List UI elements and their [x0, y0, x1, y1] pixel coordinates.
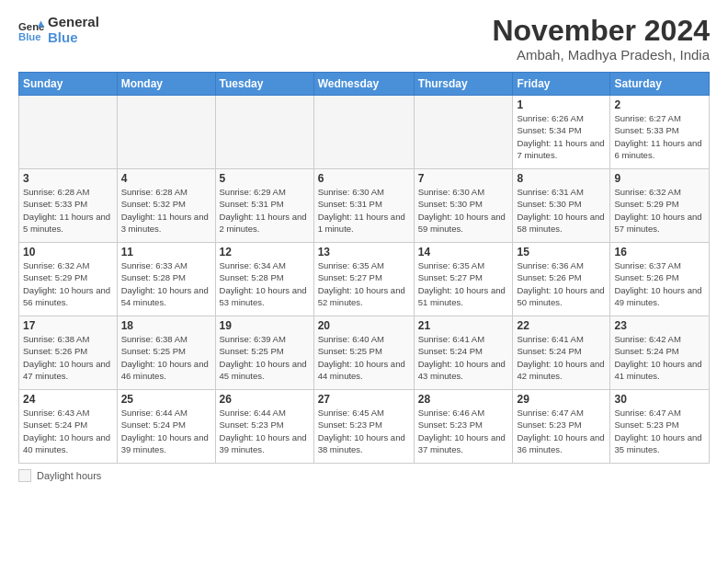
day-number: 4 — [121, 172, 211, 185]
day-number: 2 — [614, 98, 705, 111]
calendar-week-row: 1Sunrise: 6:26 AMSunset: 5:34 PMDaylight… — [19, 96, 710, 169]
day-info: Sunrise: 6:30 AMSunset: 5:31 PMDaylight:… — [318, 186, 410, 235]
calendar-week-row: 24Sunrise: 6:43 AMSunset: 5:24 PMDayligh… — [19, 390, 710, 464]
weekday-header: Monday — [117, 73, 215, 96]
calendar-week-row: 3Sunrise: 6:28 AMSunset: 5:33 PMDaylight… — [19, 169, 710, 243]
calendar-cell: 12Sunrise: 6:34 AMSunset: 5:28 PMDayligh… — [215, 243, 313, 316]
day-number: 7 — [418, 172, 509, 185]
day-info: Sunrise: 6:30 AMSunset: 5:30 PMDaylight:… — [418, 186, 509, 235]
calendar-cell: 5Sunrise: 6:29 AMSunset: 5:31 PMDaylight… — [215, 169, 313, 243]
calendar-cell: 30Sunrise: 6:47 AMSunset: 5:23 PMDayligh… — [610, 390, 710, 464]
day-info: Sunrise: 6:41 AMSunset: 5:24 PMDaylight:… — [517, 333, 606, 382]
calendar-cell: 7Sunrise: 6:30 AMSunset: 5:30 PMDaylight… — [414, 169, 513, 243]
calendar-cell: 22Sunrise: 6:41 AMSunset: 5:24 PMDayligh… — [513, 316, 610, 390]
footer: Daylight hours — [18, 469, 710, 482]
day-number: 9 — [614, 172, 705, 185]
day-number: 28 — [418, 393, 509, 406]
calendar-cell — [117, 96, 215, 169]
title-block: November 2024 Ambah, Madhya Pradesh, Ind… — [492, 15, 710, 63]
calendar-cell: 17Sunrise: 6:38 AMSunset: 5:26 PMDayligh… — [19, 316, 118, 390]
logo-general: General — [48, 15, 99, 30]
day-info: Sunrise: 6:40 AMSunset: 5:25 PMDaylight:… — [318, 333, 410, 382]
weekday-header: Tuesday — [215, 73, 313, 96]
day-info: Sunrise: 6:32 AMSunset: 5:29 PMDaylight:… — [614, 186, 705, 235]
day-info: Sunrise: 6:32 AMSunset: 5:29 PMDaylight:… — [23, 259, 113, 308]
day-number: 21 — [418, 319, 509, 332]
logo: General Blue General Blue — [18, 15, 99, 45]
calendar-cell: 21Sunrise: 6:41 AMSunset: 5:24 PMDayligh… — [414, 316, 513, 390]
calendar-cell: 29Sunrise: 6:47 AMSunset: 5:23 PMDayligh… — [513, 390, 610, 464]
day-info: Sunrise: 6:43 AMSunset: 5:24 PMDaylight:… — [23, 407, 113, 455]
day-info: Sunrise: 6:41 AMSunset: 5:24 PMDaylight:… — [418, 333, 509, 382]
calendar-cell: 24Sunrise: 6:43 AMSunset: 5:24 PMDayligh… — [19, 390, 118, 464]
day-info: Sunrise: 6:46 AMSunset: 5:23 PMDaylight:… — [418, 407, 509, 455]
day-number: 12 — [220, 246, 310, 259]
day-info: Sunrise: 6:29 AMSunset: 5:31 PMDaylight:… — [220, 186, 310, 235]
calendar-cell: 2Sunrise: 6:27 AMSunset: 5:33 PMDaylight… — [610, 96, 710, 169]
calendar-cell — [414, 96, 513, 169]
location: Ambah, Madhya Pradesh, India — [492, 47, 710, 63]
calendar-cell: 18Sunrise: 6:38 AMSunset: 5:25 PMDayligh… — [117, 316, 215, 390]
legend-label: Daylight hours — [37, 470, 101, 481]
day-info: Sunrise: 6:38 AMSunset: 5:25 PMDaylight:… — [121, 333, 211, 382]
day-info: Sunrise: 6:38 AMSunset: 5:26 PMDaylight:… — [23, 333, 113, 382]
calendar-header-row: SundayMondayTuesdayWednesdayThursdayFrid… — [19, 73, 710, 96]
day-number: 3 — [23, 172, 113, 185]
calendar-cell: 25Sunrise: 6:44 AMSunset: 5:24 PMDayligh… — [117, 390, 215, 464]
day-number: 16 — [614, 246, 705, 259]
day-number: 5 — [220, 172, 310, 185]
day-number: 15 — [517, 246, 606, 259]
day-info: Sunrise: 6:28 AMSunset: 5:33 PMDaylight:… — [23, 186, 113, 235]
day-number: 19 — [220, 319, 310, 332]
weekday-header: Wednesday — [313, 73, 414, 96]
day-info: Sunrise: 6:35 AMSunset: 5:27 PMDaylight:… — [418, 259, 509, 308]
day-info: Sunrise: 6:27 AMSunset: 5:33 PMDaylight:… — [614, 112, 705, 161]
calendar-cell: 28Sunrise: 6:46 AMSunset: 5:23 PMDayligh… — [414, 390, 513, 464]
calendar-cell: 16Sunrise: 6:37 AMSunset: 5:26 PMDayligh… — [610, 243, 710, 316]
day-info: Sunrise: 6:31 AMSunset: 5:30 PMDaylight:… — [517, 186, 606, 235]
day-number: 27 — [318, 393, 410, 406]
calendar: SundayMondayTuesdayWednesdayThursdayFrid… — [18, 72, 710, 464]
day-info: Sunrise: 6:26 AMSunset: 5:34 PMDaylight:… — [517, 112, 606, 161]
weekday-header: Thursday — [414, 73, 513, 96]
calendar-cell: 20Sunrise: 6:40 AMSunset: 5:25 PMDayligh… — [313, 316, 414, 390]
day-info: Sunrise: 6:47 AMSunset: 5:23 PMDaylight:… — [517, 407, 606, 455]
calendar-cell: 11Sunrise: 6:33 AMSunset: 5:28 PMDayligh… — [117, 243, 215, 316]
calendar-cell: 3Sunrise: 6:28 AMSunset: 5:33 PMDaylight… — [19, 169, 118, 243]
day-info: Sunrise: 6:44 AMSunset: 5:23 PMDaylight:… — [220, 407, 310, 455]
calendar-week-row: 17Sunrise: 6:38 AMSunset: 5:26 PMDayligh… — [19, 316, 710, 390]
day-number: 23 — [614, 319, 705, 332]
day-number: 18 — [121, 319, 211, 332]
day-info: Sunrise: 6:37 AMSunset: 5:26 PMDaylight:… — [614, 259, 705, 308]
legend-box — [18, 469, 31, 482]
day-number: 22 — [517, 319, 606, 332]
calendar-cell: 8Sunrise: 6:31 AMSunset: 5:30 PMDaylight… — [513, 169, 610, 243]
logo-blue: Blue — [48, 30, 99, 46]
day-number: 20 — [318, 319, 410, 332]
day-info: Sunrise: 6:45 AMSunset: 5:23 PMDaylight:… — [318, 407, 410, 455]
calendar-week-row: 10Sunrise: 6:32 AMSunset: 5:29 PMDayligh… — [19, 243, 710, 316]
page: General Blue General Blue November 2024 … — [0, 0, 728, 563]
day-info: Sunrise: 6:42 AMSunset: 5:24 PMDaylight:… — [614, 333, 705, 382]
calendar-cell: 27Sunrise: 6:45 AMSunset: 5:23 PMDayligh… — [313, 390, 414, 464]
calendar-cell: 4Sunrise: 6:28 AMSunset: 5:32 PMDaylight… — [117, 169, 215, 243]
calendar-cell: 13Sunrise: 6:35 AMSunset: 5:27 PMDayligh… — [313, 243, 414, 316]
day-number: 13 — [318, 246, 410, 259]
day-number: 25 — [121, 393, 211, 406]
calendar-cell: 1Sunrise: 6:26 AMSunset: 5:34 PMDaylight… — [513, 96, 610, 169]
day-info: Sunrise: 6:47 AMSunset: 5:23 PMDaylight:… — [614, 407, 705, 455]
calendar-cell: 15Sunrise: 6:36 AMSunset: 5:26 PMDayligh… — [513, 243, 610, 316]
weekday-header: Friday — [513, 73, 610, 96]
day-number: 29 — [517, 393, 606, 406]
day-number: 26 — [220, 393, 310, 406]
day-number: 6 — [318, 172, 410, 185]
day-info: Sunrise: 6:44 AMSunset: 5:24 PMDaylight:… — [121, 407, 211, 455]
day-number: 1 — [517, 98, 606, 111]
calendar-cell — [215, 96, 313, 169]
day-info: Sunrise: 6:33 AMSunset: 5:28 PMDaylight:… — [121, 259, 211, 308]
calendar-cell: 10Sunrise: 6:32 AMSunset: 5:29 PMDayligh… — [19, 243, 118, 316]
calendar-cell: 26Sunrise: 6:44 AMSunset: 5:23 PMDayligh… — [215, 390, 313, 464]
logo-icon: General Blue — [18, 17, 44, 43]
calendar-cell: 19Sunrise: 6:39 AMSunset: 5:25 PMDayligh… — [215, 316, 313, 390]
calendar-cell — [313, 96, 414, 169]
